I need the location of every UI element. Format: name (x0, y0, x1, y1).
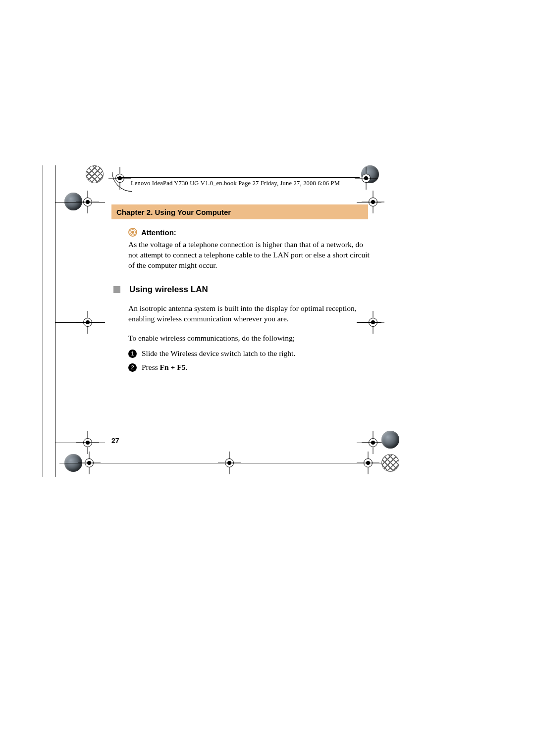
step-number-badge: 2 (128, 363, 137, 372)
crop-line (55, 165, 55, 477)
content-area: Attention: As the voltage of a telephone… (128, 228, 373, 377)
step-text: Slide the Wireless device switch latch t… (142, 349, 295, 359)
step-list: 1 Slide the Wireless device switch latch… (128, 349, 373, 373)
registration-mark-hatched (381, 454, 399, 472)
chapter-heading-band: Chapter 2. Using Your Computer (111, 204, 368, 219)
page: Lenovo IdeaPad Y730 UG V1.0_en.book Page… (0, 0, 535, 756)
section-square-icon (113, 286, 120, 293)
registration-crosshair (360, 172, 373, 185)
crop-line (55, 322, 105, 323)
step-item: 2 Press Fn + F5. (128, 362, 373, 373)
chapter-title: Chapter 2. Using Your Computer (116, 208, 231, 216)
crop-line (357, 443, 381, 443)
step-text-suffix: . (186, 363, 188, 371)
attention-label: Attention: (141, 228, 176, 237)
crop-line (59, 463, 381, 463)
registration-mark-hatched (86, 165, 104, 183)
registration-mark-sphere (381, 431, 399, 449)
crop-line (357, 202, 381, 202)
step-text: Press Fn + F5. (142, 362, 187, 373)
step-text-keys: Fn + F5 (160, 363, 186, 371)
attention-icon (128, 228, 137, 237)
page-number: 27 (111, 437, 119, 445)
header-rule (117, 177, 360, 178)
crop-line (55, 202, 105, 202)
section-intro: An isotropic antenna system is built int… (128, 303, 373, 324)
header-corner-arc (112, 172, 132, 192)
attention-heading: Attention: (128, 228, 373, 237)
step-text-prefix: Press (142, 363, 160, 371)
step-number-badge: 1 (128, 350, 137, 358)
attention-body: As the voltage of a telephone connection… (128, 240, 373, 271)
book-header-line: Lenovo IdeaPad Y730 UG V1.0_en.book Page… (131, 180, 340, 187)
crop-line (43, 165, 43, 477)
crop-line (55, 443, 105, 443)
section-title: Using wireless LAN (129, 285, 208, 295)
section-heading: Using wireless LAN (113, 285, 373, 295)
section-lead: To enable wireless communications, do th… (128, 333, 373, 344)
step-item: 1 Slide the Wireless device switch latch… (128, 349, 373, 359)
